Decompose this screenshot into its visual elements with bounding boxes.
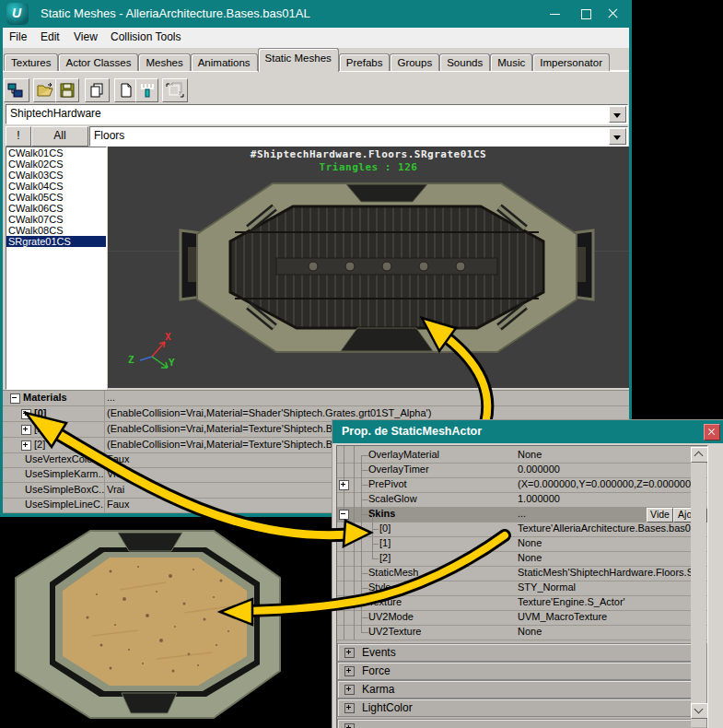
property-value: UVM_MacroTexture (518, 611, 706, 622)
list-item-selected[interactable]: SRgrate01CS (6, 236, 106, 247)
property-row-uv2texture[interactable]: UV2Texture None (337, 625, 707, 640)
group-combobox[interactable]: Floors (89, 126, 628, 147)
list-item[interactable]: CWalk04CS (6, 181, 106, 192)
property-value: 1.000000 (518, 493, 706, 504)
package-combo-arrow[interactable] (609, 106, 626, 123)
category-label: Karma (362, 683, 394, 696)
browser-tabstrip: TexturesActor ClassesMeshesAnimationsSta… (0, 48, 632, 71)
cube-icon (165, 81, 185, 100)
property-row-skins-2[interactable]: [2] None (337, 551, 707, 567)
material-row-label: UseSimpleKarm... (25, 468, 105, 479)
property-value: Texture'AlleriaArchitecture.Bases.bas01A… (518, 523, 706, 534)
category-force[interactable]: Force (337, 662, 707, 680)
property-value: (X=0.000000,Y=0.000000,Z=0.000000) (518, 478, 706, 489)
menu-collision-tools[interactable]: Collision Tools (111, 30, 181, 43)
list-item[interactable]: CWalk02CS (6, 159, 106, 170)
mesh-viewport[interactable]: #ShiptechHardware.Floors.SRgrate01CS Tri… (108, 147, 629, 388)
category-expand-box[interactable] (344, 723, 355, 728)
category-expand-box[interactable] (344, 685, 355, 695)
vide-button[interactable]: Vide (647, 508, 673, 523)
dialog-close-button[interactable] (704, 424, 720, 440)
material-row-value: (EnableCollision=Vrai,Material=Shader'Sh… (107, 407, 627, 418)
skins-collapse-box[interactable] (339, 510, 349, 520)
expand-box[interactable] (21, 425, 31, 435)
menu-file[interactable]: File (9, 30, 27, 43)
category-partial[interactable] (337, 719, 707, 728)
scrollbar-track[interactable] (691, 447, 706, 727)
toolbar-new-button[interactable] (114, 78, 137, 102)
dialog-titlebar[interactable]: Prop. de StaticMeshActor (332, 420, 723, 443)
tab-meshes[interactable]: Meshes (138, 53, 190, 72)
property-value: None (518, 449, 706, 460)
expand-box[interactable] (21, 409, 31, 419)
property-row-overlaymaterial[interactable]: OverlayMaterial None (337, 448, 707, 464)
property-row-prepivot[interactable]: PrePivot (X=0.000000,Y=0.000000,Z=0.0000… (337, 477, 707, 493)
property-row-staticmesh[interactable]: StaticMesh StaticMesh'ShiptechHardware.F… (337, 566, 707, 581)
tab-impersonator[interactable]: Impersonator (532, 53, 610, 72)
list-item[interactable]: CWalk08CS (6, 225, 106, 236)
property-row-uv2mode[interactable]: UV2Mode UVM_MacroTexture (337, 610, 707, 626)
tab-groups[interactable]: Groups (390, 53, 439, 72)
property-row-overlaytimer[interactable]: OverlayTimer 0.000000 (337, 463, 707, 478)
property-name: PrePivot (368, 478, 407, 489)
tab-sounds[interactable]: Sounds (439, 53, 490, 72)
package-combobox[interactable]: ShiptechHardware (6, 104, 628, 124)
menubar: File Edit View Collision Tools (0, 28, 632, 48)
scrollbar-down-button[interactable] (691, 703, 708, 719)
category-expand-box[interactable] (344, 666, 355, 676)
all-groups-button[interactable]: All (31, 126, 88, 147)
mesh-list: CWalk01CS CWalk02CS CWalk03CS CWalk04CS … (6, 147, 107, 390)
menu-view[interactable]: View (74, 30, 98, 43)
property-name: Style (368, 581, 391, 593)
category-events[interactable]: Events (337, 643, 707, 662)
collapse-box[interactable] (10, 393, 20, 404)
tab-actor-classes[interactable]: Actor Classes (58, 53, 138, 72)
category-karma[interactable]: Karma (337, 680, 707, 699)
list-item[interactable]: CWalk06CS (6, 203, 106, 214)
tab-animations[interactable]: Animations (191, 53, 258, 72)
property-row-skins-1[interactable]: [1] None (337, 536, 707, 552)
property-value: Texture'Engine.S_Actor' (518, 596, 706, 607)
list-item[interactable]: CWalk01CS (6, 147, 106, 159)
property-name: [2] (379, 552, 391, 563)
group-combo-arrow[interactable] (609, 128, 626, 145)
category-label: Events (362, 646, 396, 659)
tab-prefabs[interactable]: Prefabs (339, 53, 391, 72)
window-titlebar[interactable]: U Static Meshes - AlleriaArchitecture.Ba… (0, 0, 632, 28)
property-row-texture[interactable]: Texture Texture'Engine.S_Actor' (337, 595, 707, 611)
open-folder-icon (36, 81, 54, 100)
toolbar-save-button[interactable] (55, 78, 79, 102)
toolbar-cube-button[interactable] (162, 78, 188, 102)
toolbar-open-button[interactable] (33, 78, 57, 102)
category-lightcolor[interactable]: LightColor (337, 699, 707, 717)
list-item[interactable]: CWalk05CS (6, 192, 106, 203)
property-row-style[interactable]: Style STY_Normal (337, 581, 707, 596)
toolbar-fit-button[interactable] (135, 78, 158, 102)
scrollbar-up-button[interactable] (691, 447, 708, 463)
property-row-skins[interactable]: Skins ... Vide Ajout. (337, 507, 707, 523)
tab-static-meshes[interactable]: Static Meshes (258, 48, 339, 72)
property-name: Texture (368, 596, 402, 607)
materials-header-row[interactable]: Materials ... (3, 391, 629, 406)
refresh-button[interactable]: ! (6, 126, 31, 147)
property-row-skins-0[interactable]: [0] Texture'AlleriaArchitecture.Bases.ba… (337, 522, 707, 537)
category-expand-box[interactable] (344, 648, 355, 658)
dialog-title: Prop. de StaticMeshActor (342, 425, 482, 438)
toolbar-dock-button[interactable] (4, 78, 29, 102)
prepivot-expand-box[interactable] (339, 480, 349, 490)
toolbar (0, 71, 632, 103)
list-item[interactable]: CWalk03CS (6, 170, 106, 181)
gutter-line (344, 446, 344, 640)
list-item[interactable]: CWalk07CS (6, 214, 106, 225)
menu-edit[interactable]: Edit (41, 30, 60, 43)
expand-box[interactable] (21, 440, 31, 451)
category-expand-box[interactable] (344, 703, 355, 713)
minimize-button[interactable] (540, 0, 571, 28)
tab-music[interactable]: Music (490, 53, 532, 72)
category-label: LightColor (362, 701, 413, 714)
property-row-scaleglow[interactable]: ScaleGlow 1.000000 (337, 492, 707, 508)
toolbar-duplicate-button[interactable] (85, 78, 110, 102)
close-button[interactable] (598, 0, 629, 28)
tab-textures[interactable]: Textures (4, 53, 58, 72)
property-name: ScaleGlow (368, 493, 417, 504)
